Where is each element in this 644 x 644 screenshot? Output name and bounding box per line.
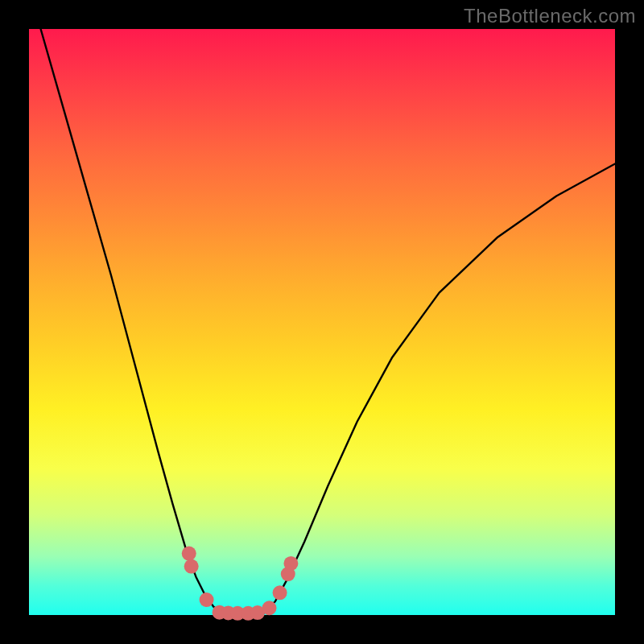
data-marker [182, 547, 196, 561]
chart-svg [29, 29, 615, 615]
plot-area [29, 29, 615, 615]
curve-layer [41, 29, 615, 613]
data-marker [283, 556, 298, 571]
watermark-text: TheBottleneck.com [464, 5, 636, 27]
chart-frame: TheBottleneck.com [0, 0, 644, 644]
data-marker [184, 559, 199, 574]
data-marker [200, 592, 214, 607]
bottleneck-curve [41, 29, 615, 613]
data-marker [273, 585, 287, 600]
data-marker [262, 601, 276, 615]
